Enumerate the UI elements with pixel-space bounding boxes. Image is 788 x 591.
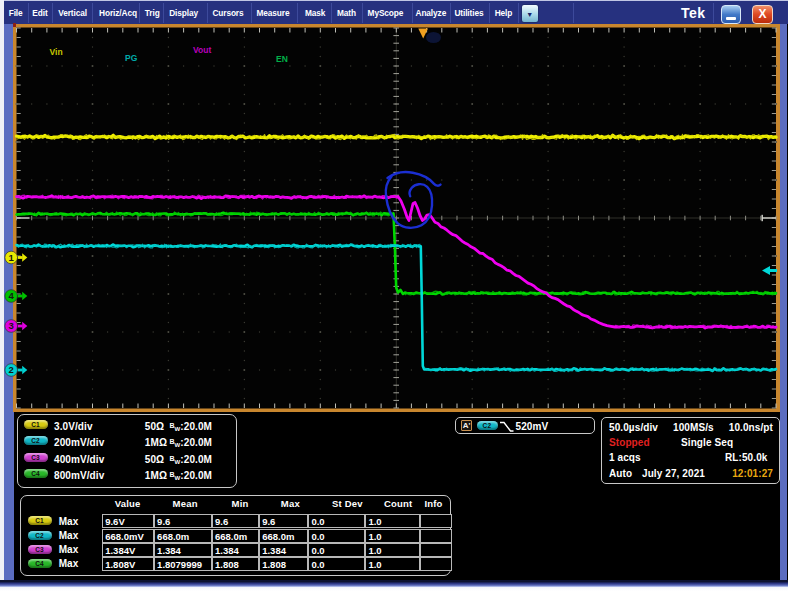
svg-text:4: 4 bbox=[9, 290, 15, 301]
svg-text:PG: PG bbox=[125, 53, 138, 63]
svg-text:3: 3 bbox=[9, 320, 14, 331]
svg-text:Vin: Vin bbox=[50, 47, 63, 57]
svg-text:2: 2 bbox=[9, 364, 14, 375]
svg-text:EN: EN bbox=[276, 54, 288, 64]
svg-text:Vout: Vout bbox=[193, 45, 211, 55]
svg-text:1: 1 bbox=[9, 252, 15, 263]
